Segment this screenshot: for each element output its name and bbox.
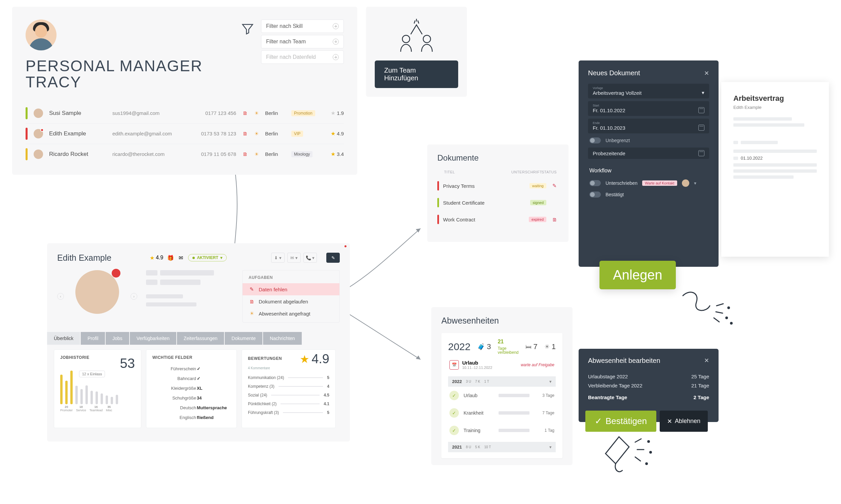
mail-icon: ✉: [178, 255, 183, 260]
plus-icon: [333, 39, 339, 45]
personal-manager-panel: PERSONAL MANAGER TRACY Filter nach Skill…: [12, 7, 357, 175]
bar: [85, 385, 88, 404]
calendar-icon: [698, 150, 704, 156]
tab-verfügbarkeiten[interactable]: Verfügbarkeiten: [130, 332, 176, 345]
avatar: [34, 109, 43, 118]
ratings-card: BEWERTUNGEN ★4.9 4 Kommentare Kommunikat…: [242, 349, 336, 428]
field-row: Schuhgröße34: [152, 393, 230, 403]
download-button[interactable]: ⬇ ▾: [271, 253, 285, 263]
panel-title: Dokumente: [437, 153, 559, 163]
action-icon[interactable]: ✎: [550, 183, 559, 189]
bar-label: 16Teamlead: [89, 406, 103, 412]
stat-other: ☀1: [544, 342, 556, 351]
filter-field[interactable]: Filter nach Datenfeld: [261, 50, 344, 64]
bar: [70, 371, 73, 404]
sun-icon: ☀: [254, 131, 259, 137]
document-row[interactable]: Privacy Termswaiting✎: [437, 177, 559, 194]
tab-profil[interactable]: Profil: [81, 332, 105, 345]
trial-end-field[interactable]: Probezeitende: [588, 147, 709, 159]
task-row[interactable]: ☀Abwesenheit angefragt: [243, 307, 340, 320]
next-employee[interactable]: ›: [131, 293, 137, 300]
employee-row[interactable]: Edith Example edith.example@gmail.com 01…: [25, 123, 344, 144]
modal-title: Abwesenheit bearbeiten: [588, 357, 660, 364]
mail-button[interactable]: ✉ ▾: [287, 253, 301, 263]
close-icon[interactable]: ✕: [704, 70, 709, 77]
tab-nachrichten[interactable]: Nachrichten: [263, 332, 302, 345]
action-icon[interactable]: 🗎: [550, 217, 559, 222]
filter-skill[interactable]: Filter nach Skill: [261, 19, 344, 33]
close-icon[interactable]: ✕: [704, 357, 709, 364]
status-pill[interactable]: AKTIVIERT ▾: [188, 254, 226, 262]
employee-detail-panel: Edith Example ★4.9 🎁 ✉ AKTIVIERT ▾ ⬇ ▾ ✉…: [47, 243, 350, 442]
tab-dokumente[interactable]: Dokumente: [225, 332, 262, 345]
field-row: Englischfließend: [152, 413, 230, 422]
prev-employee[interactable]: ‹: [57, 293, 64, 300]
unlimited-toggle[interactable]: Unbegrenzt: [589, 138, 708, 143]
modal-title: Neues Dokument: [588, 69, 640, 77]
rating-row: Sozial (24)4.5: [248, 391, 329, 399]
field-row: KleidergrößeXL: [152, 383, 230, 393]
doc-icon: 🗎: [242, 110, 247, 116]
manager-avatar: [25, 19, 56, 50]
svg-point-0: [402, 35, 410, 43]
rating-sub: 4 Kommentare: [248, 366, 329, 370]
avatar: [34, 129, 43, 139]
documents-panel: Dokumente TITELUNTERSCHRIFTSTATUS Privac…: [427, 144, 568, 242]
year-summary-2022[interactable]: 2022 3 U7 K1 T ▾: [448, 376, 556, 387]
doc-date: 01.10.2022: [741, 156, 762, 161]
field-row: Bahncard✓: [152, 374, 230, 383]
workflow-signed[interactable]: UnterschriebenWarte auf Kontakt▾: [588, 177, 709, 189]
absence-request[interactable]: 📅 Urlaub10.11.-12.11.2022 warte auf Frei…: [448, 355, 556, 375]
chevron-down-icon: ▾: [702, 90, 704, 96]
tasks-title: AUFGABEN: [243, 275, 340, 283]
bar: [101, 394, 103, 404]
end-date-field[interactable]: Ende Fr. 01.10.2023: [588, 119, 709, 133]
call-button[interactable]: 📞 ▾: [304, 253, 317, 263]
stat-sick: 🛏7: [526, 342, 537, 351]
field-row: DeutschMuttersprache: [152, 403, 230, 413]
placeholder-lines: [146, 270, 214, 306]
filter-icon[interactable]: [240, 21, 256, 37]
rating-row: Kommunikation (24)5: [248, 373, 329, 382]
bar: [60, 375, 63, 404]
employee-row[interactable]: Susi Sample sus1994@gmail.com 0177 123 4…: [25, 103, 344, 123]
tab-jobs[interactable]: Jobs: [106, 332, 129, 345]
employee-row[interactable]: Ricardo Rocket ricardo@therocket.com 017…: [25, 144, 344, 164]
svg-point-6: [726, 317, 728, 319]
employee-avatar: [75, 270, 119, 314]
rating-row: Pünktlichkeit (2)4.1: [248, 399, 329, 408]
task-row[interactable]: ✎Daten fehlen: [243, 283, 340, 295]
svg-point-12: [650, 452, 652, 453]
tab-überblick[interactable]: Überblick: [47, 332, 80, 345]
confirm-button[interactable]: ✓Bestätigen: [585, 411, 656, 432]
bar: [65, 381, 68, 404]
svg-line-2: [717, 304, 723, 306]
edit-button[interactable]: ✎: [326, 253, 340, 263]
document-row[interactable]: Work Contractexpired🗎: [437, 211, 559, 228]
document-row[interactable]: Student Certificatesigned: [437, 194, 559, 211]
calendar-icon: [698, 107, 704, 113]
check-icon: ✓: [449, 426, 459, 435]
bar: [116, 395, 118, 404]
decline-button[interactable]: ✕Ablehnen: [660, 411, 708, 432]
tab-zeiterfassungen[interactable]: Zeiterfassungen: [177, 332, 224, 345]
doc-icon: 🗎: [248, 299, 255, 304]
template-select[interactable]: Vorlage Arbeitsvertrag Vollzeit▾: [588, 84, 709, 98]
workflow-confirmed[interactable]: Bestätigt: [588, 189, 709, 200]
tasks-card: AUFGABEN ✎Daten fehlen 🗎Dokument abgelau…: [242, 270, 340, 323]
alert-dot: [344, 245, 346, 247]
task-row[interactable]: 🗎Dokument abgelaufen: [243, 295, 340, 307]
year-summary-2021[interactable]: 2021 8 U5 K10 T ▾: [448, 442, 556, 452]
doc-icon: 🗎: [242, 151, 247, 157]
add-to-team-button[interactable]: Zum Team Hinzufügen: [375, 60, 458, 88]
create-button[interactable]: Anlegen: [599, 261, 676, 289]
svg-point-11: [648, 441, 650, 443]
bar-label: 18Service: [76, 406, 86, 412]
status-marker: [437, 215, 439, 224]
start-date-field[interactable]: Start Fr. 01.10.2022: [588, 101, 709, 116]
emp-rating: 4.9: [156, 255, 163, 261]
svg-line-3: [716, 312, 723, 313]
filter-team[interactable]: Filter nach Team: [261, 35, 344, 48]
bar: [90, 391, 93, 404]
suitcase-icon: 🧳: [477, 343, 485, 350]
